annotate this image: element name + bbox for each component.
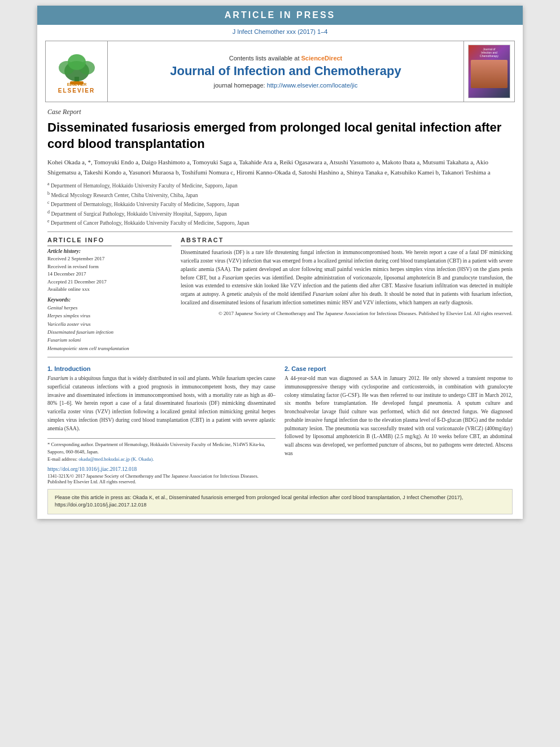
info-abstract-columns: ARTICLE INFO Article history: Received 2… (47, 237, 513, 352)
main-content: Case Report Disseminated fusariosis emer… (37, 108, 523, 484)
issn-line: 1341-321X/© 2017 Japanese Society of Che… (47, 473, 275, 484)
history-label: Article history: (47, 248, 172, 254)
history-accepted: Accepted 21 December 2017 (47, 278, 172, 286)
keyword-5: Fusarium solani (47, 336, 172, 344)
article-info-heading: ARTICLE INFO (47, 237, 172, 243)
cover-decorative-image (471, 60, 508, 88)
history-revised-date: 14 December 2017 (47, 270, 172, 278)
affiliation-e: e Department of Cancer Pathology, Hokkai… (47, 218, 513, 227)
abstract-text: Disseminated fusariosis (DF) is a rare l… (181, 248, 513, 307)
affiliation-a: a Department of Hematology, Hokkaido Uni… (47, 181, 513, 190)
divider-2 (47, 357, 513, 357)
affiliation-b: b Medical Mycology Research Center, Chib… (47, 190, 513, 199)
journal-header: ELSEVIER ELSEVIER Contents lists availab… (45, 41, 515, 102)
introduction-text: Fusarium is a ubiquitous fungus that is … (47, 374, 275, 433)
affiliation-d: d Department of Surgical Pathology, Hokk… (47, 209, 513, 218)
history-online: Available online xxx (47, 286, 172, 294)
introduction-column: 1. Introduction Fusarium is a ubiquitous… (47, 365, 275, 484)
keywords-label: Keywords: (47, 297, 172, 303)
cover-title-text: Journal ofInfection andChemotherapy (480, 47, 498, 58)
section-type-label: Case Report (47, 108, 513, 116)
article-in-press-banner: ARTICLE IN PRESS (37, 6, 523, 25)
history-received: Received 2 September 2017 (47, 255, 172, 263)
elsevier-logo-area: ELSEVIER ELSEVIER (46, 41, 108, 102)
article-info-column: ARTICLE INFO Article history: Received 2… (47, 237, 172, 352)
science-direct-prefix: Contents lists available at (229, 55, 300, 62)
case-report-column: 2. Case report A 44-year-old man was dia… (285, 365, 513, 484)
body-columns: 1. Introduction Fusarium is a ubiquitous… (47, 365, 513, 484)
introduction-heading: 1. Introduction (47, 365, 275, 372)
authors-text: Kohei Okada a, *, Tomoyuki Endo a, Daigo… (47, 159, 491, 176)
divider-1 (47, 231, 513, 232)
page: ARTICLE IN PRESS J Infect Chemother xxx … (37, 6, 523, 519)
science-direct-link[interactable]: ScienceDirect (301, 55, 343, 62)
banner-text: ARTICLE IN PRESS (225, 10, 335, 20)
corresponding-author-note: * Corresponding author. Department of He… (47, 441, 275, 456)
journal-header-center: Contents lists available at ScienceDirec… (108, 41, 463, 102)
keyword-3: Varicella zoster virus (47, 320, 172, 328)
keyword-4: Disseminated fusarium infection (47, 328, 172, 336)
affiliations: a Department of Hematology, Hokkaido Uni… (47, 181, 513, 227)
article-title: Disseminated fusariosis emerged from pro… (47, 120, 513, 152)
citation-line: J Infect Chemother xxx (2017) 1–4 (37, 28, 523, 35)
journal-cover-area: Journal ofInfection andChemotherapy (463, 41, 514, 102)
article-history-section: Article history: Received 2 September 20… (47, 246, 172, 294)
footnote-section: * Corresponding author. Department of He… (47, 438, 275, 462)
authors-line: Kohei Okada a, *, Tomoyuki Endo a, Daigo… (47, 158, 513, 177)
abstract-column: ABSTRACT Disseminated fusariosis (DF) is… (181, 237, 513, 352)
copyright-text: © 2017 Japanese Society of Chemotherapy … (181, 310, 513, 318)
abstract-heading: ABSTRACT (181, 237, 513, 243)
homepage-prefix: journal homepage: (214, 82, 265, 89)
science-direct-line: Contents lists available at ScienceDirec… (229, 55, 343, 62)
affiliation-c: c Department of Dermatology, Hokkaido Un… (47, 199, 513, 208)
keyword-6: Hematopoietic stem cell transplantation (47, 344, 172, 352)
citation-box-text: Please cite this article in press as: Ok… (55, 494, 505, 509)
journal-title: Journal of Infection and Chemotherapy (170, 64, 401, 78)
email-address[interactable]: okada@med.hokudai.ac.jp (K. Okada). (78, 456, 154, 462)
keyword-2: Herpes simplex virus (47, 312, 172, 320)
case-report-text: A 44-year-old man was diagnosed as SAA i… (285, 374, 513, 457)
homepage-link[interactable]: http://www.elsevier.com/locate/jic (267, 82, 358, 89)
email-label: E-mail address: (47, 456, 77, 462)
svg-text:ELSEVIER: ELSEVIER (67, 82, 86, 86)
svg-point-4 (68, 54, 86, 70)
abstract-section: Disseminated fusariosis (DF) is a rare l… (181, 246, 513, 318)
email-line: E-mail address: okada@med.hokudai.ac.jp … (47, 456, 275, 463)
keyword-1: Genital herpes (47, 304, 172, 312)
elsevier-label: ELSEVIER (58, 88, 95, 94)
case-report-heading: 2. Case report (285, 365, 513, 372)
citation-box: Please cite this article in press as: Ok… (47, 489, 513, 514)
journal-cover-image: Journal ofInfection andChemotherapy (468, 45, 510, 98)
journal-homepage-line: journal homepage: http://www.elsevier.co… (214, 82, 358, 89)
citation-text: J Infect Chemother xxx (2017) 1–4 (233, 28, 328, 35)
doi-link[interactable]: https://doi.org/10.1016/j.jiac.2017.12.0… (47, 466, 275, 472)
elsevier-tree-icon: ELSEVIER (54, 50, 99, 86)
history-revised-label: Received in revised form (47, 263, 172, 271)
